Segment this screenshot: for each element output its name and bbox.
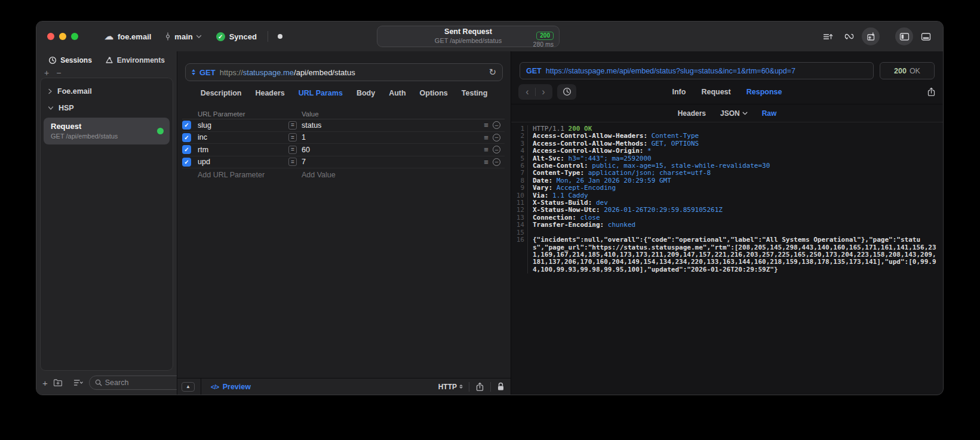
expand-bottom-panel-button[interactable]: ▲ — [182, 382, 195, 392]
response-status-box: 200 OK — [880, 62, 935, 79]
subtab-headers[interactable]: Headers — [678, 109, 706, 118]
code-line: 2Access-Control-Allow-Headers:Content-Ty… — [515, 133, 937, 140]
back-button[interactable]: ‹ — [520, 87, 535, 97]
param-checkbox[interactable]: ✓ — [182, 121, 191, 130]
param-name-field[interactable]: upd — [198, 158, 288, 166]
protocol-selector[interactable]: HTTP — [438, 383, 463, 391]
new-folder-button[interactable] — [53, 379, 63, 387]
tab-sessions[interactable]: Sessions — [48, 56, 92, 64]
reorder-icon[interactable]: ≡ — [480, 145, 493, 154]
tab-description[interactable]: Description — [201, 89, 242, 97]
line-number: 4 — [515, 147, 528, 155]
share-request-button[interactable] — [475, 382, 484, 392]
tab-auth[interactable]: Auth — [389, 89, 405, 97]
add-url-parameter-field[interactable]: Add URL Parameter — [198, 171, 288, 179]
project-switcher[interactable]: ☁ foe.email — [105, 31, 151, 42]
bottom-panel-icon — [921, 32, 931, 41]
sync-status[interactable]: ✓ Synced — [216, 32, 257, 41]
tab-testing[interactable]: Testing — [462, 89, 488, 97]
param-name-field[interactable]: inc — [198, 133, 288, 141]
request-url[interactable]: https://statuspage.me/api/embed/status — [220, 68, 485, 77]
column-value: Value — [302, 110, 480, 118]
add-value-field[interactable]: Add Value — [302, 171, 480, 179]
param-name-field[interactable]: rtm — [198, 146, 288, 154]
subtab-raw[interactable]: Raw — [762, 109, 777, 118]
param-value-field[interactable]: 1 — [302, 133, 480, 141]
response-raw-view[interactable]: 1HTTP/1.1200 OK 2Access-Control-Allow-He… — [511, 122, 943, 395]
code-line: 12X-Status-Now-Utc:2026-01-26T20:29:59.8… — [515, 207, 937, 214]
tab-request[interactable]: Request — [701, 88, 730, 96]
close-window-button[interactable] — [47, 33, 54, 40]
tab-headers[interactable]: Headers — [255, 89, 284, 97]
add-request-button[interactable]: + — [42, 378, 48, 388]
preview-button[interactable]: </> Preview — [211, 383, 251, 391]
request-list-item-selected[interactable]: Request GET /api/embed/status — [44, 118, 170, 144]
lock-button[interactable] — [497, 382, 505, 391]
response-panel: GET https://statuspage.me/api/embed/stat… — [511, 51, 943, 395]
titlebar: ☁ foe.email main ✓ Synced Sent Request G… — [36, 21, 943, 51]
param-checkbox[interactable]: ✓ — [182, 145, 191, 154]
param-checkbox[interactable]: ✓ — [182, 158, 191, 167]
history-button[interactable] — [557, 84, 576, 100]
param-checkbox[interactable]: ✓ — [182, 133, 191, 142]
request-method[interactable]: GET — [199, 68, 216, 77]
sent-request-subtitle: GET /api/embed/status — [435, 37, 502, 45]
toggle-left-panel-button[interactable] — [895, 27, 913, 45]
request-url-bar[interactable]: GET https://statuspage.me/api/embed/stat… — [185, 63, 503, 81]
remove-row-button[interactable]: − — [493, 121, 500, 129]
sent-url-box[interactable]: GET https://statuspage.me/api/embed/stat… — [520, 62, 874, 79]
header-value: GET, OPTIONS — [652, 140, 699, 147]
export-list-button[interactable] — [819, 27, 837, 45]
tab-body[interactable]: Body — [357, 89, 375, 97]
param-name-field[interactable]: slug — [198, 121, 288, 130]
subtab-json[interactable]: JSON — [720, 109, 748, 118]
tab-options[interactable]: Options — [420, 89, 448, 97]
send-request-button[interactable]: ↻ — [489, 67, 496, 78]
footer-divider — [201, 379, 201, 395]
sent-request-info: Sent Request GET /api/embed/status — [435, 27, 502, 45]
reorder-icon[interactable]: ≡ — [480, 121, 493, 130]
method-selector-icon[interactable] — [192, 69, 195, 75]
sent-method: GET — [526, 67, 542, 75]
remove-row-button[interactable]: − — [493, 158, 500, 166]
url-params-table: URL Parameter Value ✓ slug = status ≡ − … — [177, 109, 511, 181]
titlebar-toolbar — [819, 21, 935, 51]
export-response-button[interactable] — [927, 87, 936, 97]
forward-button[interactable]: › — [536, 87, 551, 97]
list-options-icon — [73, 379, 84, 386]
tab-response[interactable]: Response — [746, 88, 782, 96]
branch-selector[interactable]: main — [164, 32, 201, 41]
toggle-bottom-panel-button[interactable] — [917, 27, 935, 45]
footer-divider — [469, 382, 469, 392]
tree-group-hsp[interactable]: HSP — [41, 100, 173, 116]
param-value-field[interactable]: status — [302, 121, 480, 130]
search-icon — [95, 379, 102, 386]
tab-url-params[interactable]: URL Params — [299, 89, 343, 97]
add-session-button[interactable]: + — [44, 69, 49, 78]
remove-row-button[interactable]: − — [493, 146, 500, 153]
check-glyph: ✓ — [184, 159, 189, 165]
zoom-window-button[interactable] — [71, 33, 78, 40]
request-panel: GET https://statuspage.me/api/embed/stat… — [177, 51, 511, 395]
sync-loop-button[interactable] — [840, 27, 858, 45]
tab-environments[interactable]: Environments — [105, 56, 165, 64]
import-export-button[interactable] — [862, 27, 880, 45]
check-glyph: ✓ — [218, 33, 223, 40]
remove-row-button[interactable]: − — [493, 134, 500, 141]
stepper-icon — [459, 384, 463, 389]
tab-info[interactable]: Info — [672, 88, 686, 96]
param-value-field[interactable]: 60 — [302, 146, 480, 154]
minimize-window-button[interactable] — [59, 33, 66, 40]
reorder-icon[interactable]: ≡ — [480, 133, 493, 142]
param-value-field[interactable]: 7 — [302, 158, 480, 166]
panel-toggle-group — [895, 27, 935, 45]
response-subtabs: Headers JSON Raw — [511, 104, 943, 122]
tree-group-foe-email[interactable]: Foe.email — [41, 83, 173, 100]
remove-session-button[interactable]: − — [56, 69, 61, 78]
reorder-icon[interactable]: ≡ — [480, 158, 493, 167]
equals-badge: = — [288, 121, 297, 130]
titlebar-separator — [268, 31, 268, 42]
equals-badge: = — [288, 158, 297, 166]
request-status-pill[interactable]: Sent Request GET /api/embed/status 200 2… — [377, 26, 560, 47]
sort-filter-button[interactable] — [73, 379, 84, 386]
